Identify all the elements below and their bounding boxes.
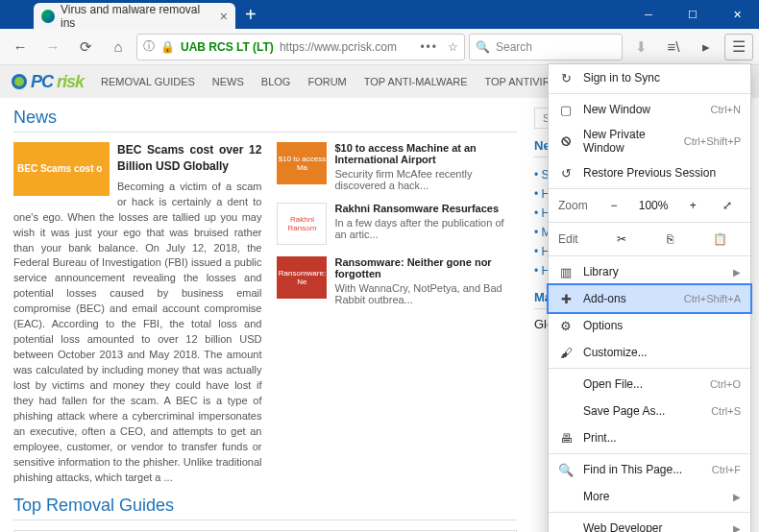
forward-button[interactable]: → [38, 33, 67, 61]
menu-new-window[interactable]: ▢New WindowCtrl+N [549, 96, 750, 123]
menu-library[interactable]: ▥Library▶ [549, 258, 750, 285]
fullscreen-button[interactable]: ⤢ [714, 195, 741, 216]
browser-tab[interactable]: Virus and malware removal ins × [34, 3, 235, 29]
tab-close-icon[interactable]: × [220, 9, 228, 24]
nav-item[interactable]: REMOVAL GUIDES [101, 76, 195, 87]
logo-icon [12, 74, 27, 89]
page-actions-icon[interactable]: ••• [420, 40, 438, 54]
nav-item[interactable]: BLOG [261, 76, 291, 87]
address-bar[interactable]: ⓘ 🔒 UAB RCS LT (LT) https://www.pcrisk.c… [136, 34, 465, 60]
menu-find[interactable]: 🔍Find in This Page...Ctrl+F [549, 456, 750, 483]
menu-print[interactable]: 🖶Print... [549, 424, 750, 451]
window-close-button[interactable]: ✕ [715, 0, 759, 29]
menu-web-developer[interactable]: Web Developer▶ [549, 515, 750, 532]
new-tab-button[interactable]: + [235, 0, 266, 29]
article-thumb: BEC Scams cost o [13, 142, 110, 196]
library-icon: ▥ [558, 265, 574, 279]
lock-icon: 🔒 [160, 40, 175, 54]
hamburger-menu-panel: ↻Sign in to Sync ▢New WindowCtrl+N 🛇New … [548, 63, 751, 532]
site-logo[interactable]: PCrisk [12, 72, 84, 92]
nav-item[interactable]: FORUM [307, 76, 346, 87]
zoom-out-button[interactable]: − [600, 195, 627, 216]
list-item[interactable]: Rakhni RansomRakhni Ransomware Resurface… [277, 203, 517, 245]
item-body: In a few days after the publication of a… [334, 217, 503, 240]
nav-item[interactable]: TOP ANTI-MALWARE [364, 76, 468, 87]
menu-open-file[interactable]: Open File...Ctrl+O [549, 371, 750, 398]
top-removal-heading: Top Removal Guides [13, 496, 517, 520]
item-body: Security firm McAfee recently discovered… [334, 168, 472, 191]
thumb: Rakhni Ransom [277, 203, 327, 245]
reload-button[interactable]: ⟳ [71, 33, 100, 61]
print-icon: 🖶 [558, 431, 574, 446]
menu-restore-session[interactable]: ↺Restore Previous Session [549, 159, 750, 186]
search-box[interactable]: 🔍 Search [469, 34, 623, 60]
news-side-list: $10 to access Ma$10 to access Machine at… [277, 142, 517, 486]
menu-zoom-row: Zoom − 100% + ⤢ [549, 191, 750, 220]
addons-icon: ✚ [558, 292, 574, 306]
mask-icon: 🛇 [558, 134, 574, 149]
list-item[interactable]: Ransomware: NeRansomware: Neither gone n… [277, 256, 517, 305]
tab-title: Virus and malware removal ins [61, 3, 214, 30]
menu-signin[interactable]: ↻Sign in to Sync [549, 64, 750, 91]
paste-button[interactable]: 📋 [699, 229, 741, 250]
back-button[interactable]: ← [6, 33, 35, 61]
window-titlebar: Virus and malware removal ins × + ─ ☐ ✕ [0, 0, 759, 29]
search-icon: 🔍 [476, 40, 490, 54]
hamburger-menu-button[interactable]: ☰ [724, 34, 753, 60]
menu-customize[interactable]: 🖌Customize... [549, 339, 750, 366]
browser-toolbar: ← → ⟳ ⌂ ⓘ 🔒 UAB RCS LT (LT) https://www.… [0, 29, 759, 65]
window-maximize-button[interactable]: ☐ [671, 0, 715, 29]
downloads-button[interactable]: ⬇ [626, 33, 655, 61]
thumb: Ransomware: Ne [277, 256, 327, 299]
tab-favicon [41, 10, 55, 23]
item-title: Ransomware: Neither gone nor forgotten [334, 256, 517, 279]
menu-save-as[interactable]: Save Page As...Ctrl+S [549, 398, 750, 424]
menu-options[interactable]: ⚙Options [549, 312, 750, 339]
copy-button[interactable]: ⎘ [649, 229, 691, 250]
sync-icon: ↻ [558, 71, 574, 85]
menu-addons[interactable]: ✚Add-onsCtrl+Shift+A [549, 285, 750, 312]
window-minimize-button[interactable]: ─ [626, 0, 671, 29]
cert-owner: UAB RCS LT (LT) [181, 40, 274, 54]
main-article: BEC Scams cost o BEC Scams cost over 12 … [13, 142, 261, 486]
nav-item[interactable]: NEWS [212, 76, 244, 87]
item-title: $10 to access Machine at an Internationa… [334, 142, 517, 165]
zoom-value: 100% [635, 195, 673, 216]
thumb: $10 to access Ma [277, 142, 327, 184]
zoom-in-button[interactable]: + [679, 195, 706, 216]
search-icon: 🔍 [558, 463, 574, 477]
bookmark-star-icon[interactable]: ☆ [448, 40, 458, 54]
gear-icon: ⚙ [558, 319, 574, 333]
list-item[interactable]: $10 to access Ma$10 to access Machine at… [277, 142, 517, 191]
menu-more[interactable]: More▶ [549, 483, 750, 510]
search-placeholder: Search [496, 40, 532, 54]
customize-icon: 🖌 [558, 346, 574, 360]
restore-icon: ↺ [558, 166, 574, 181]
library-button[interactable]: ≡\ [659, 33, 688, 61]
cut-button[interactable]: ✂ [600, 229, 642, 250]
news-heading: News [13, 108, 517, 133]
item-body: With WannaCry, NotPetya, and Bad Rabbit … [334, 282, 502, 305]
sidebar-button[interactable]: ▸ [692, 33, 721, 61]
article-body: Becoming a victim of a scam or hack is c… [13, 181, 261, 483]
menu-new-private[interactable]: 🛇New Private WindowCtrl+Shift+P [549, 123, 750, 159]
window-icon: ▢ [558, 103, 574, 117]
info-icon[interactable]: ⓘ [143, 38, 155, 55]
item-title: Rakhni Ransomware Resurfaces [334, 203, 517, 214]
home-button[interactable]: ⌂ [104, 33, 133, 61]
url-text: https://www.pcrisk.com [280, 40, 397, 54]
menu-edit-row: Edit ✂ ⎘ 📋 [549, 225, 750, 254]
